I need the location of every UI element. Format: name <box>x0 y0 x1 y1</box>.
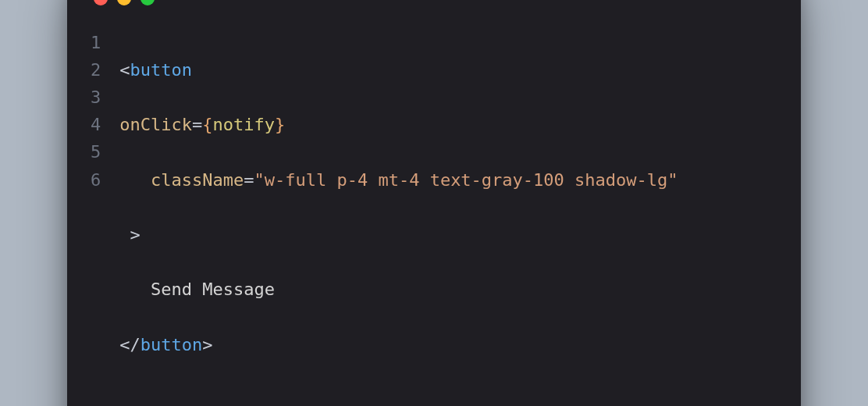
token-eq: = <box>244 170 254 190</box>
code-line: Send Message <box>119 276 777 303</box>
line-number: 6 <box>91 166 101 194</box>
token-punct: < <box>119 60 130 80</box>
window-minimize-icon[interactable] <box>117 0 131 5</box>
token-string: "w-full p-4 mt-4 text-gray-100 shadow-lg… <box>254 170 678 190</box>
token-punct: > <box>202 335 212 354</box>
line-number: 2 <box>91 56 101 84</box>
token-brace: } <box>275 115 285 134</box>
line-number: 3 <box>91 84 101 111</box>
token-punct: > <box>130 225 141 244</box>
token-attr: onClick <box>119 115 192 134</box>
code-content[interactable]: <button onClick={notify} className="w-fu… <box>119 29 777 406</box>
window-close-icon[interactable] <box>94 0 108 5</box>
code-line: <button <box>119 56 777 84</box>
token-attr: className <box>151 170 244 190</box>
token-tag: button <box>141 335 202 354</box>
code-line: onClick={notify} <box>119 111 777 138</box>
token-indent <box>119 225 130 244</box>
token-ident: notify <box>212 115 274 134</box>
window-zoom-icon[interactable] <box>141 0 155 5</box>
token-indent <box>119 170 151 190</box>
line-number: 4 <box>91 111 101 138</box>
line-number: 5 <box>91 138 101 166</box>
code-area[interactable]: 1 2 3 4 5 6 <button onClick={notify} cla… <box>91 29 777 406</box>
line-number: 1 <box>91 29 101 56</box>
window-titlebar <box>91 0 777 5</box>
editor-window: 1 2 3 4 5 6 <button onClick={notify} cla… <box>67 0 801 406</box>
token-indent <box>119 280 151 299</box>
token-text: Send Message <box>151 280 275 299</box>
code-line: </button> <box>119 331 777 358</box>
token-tag: button <box>130 60 192 80</box>
token-brace: { <box>202 115 212 134</box>
token-punct: </ <box>119 335 141 354</box>
token-eq: = <box>192 115 202 134</box>
code-line: > <box>119 221 777 248</box>
line-gutter: 1 2 3 4 5 6 <box>91 29 119 406</box>
code-line: className="w-full p-4 mt-4 text-gray-100… <box>119 166 777 194</box>
